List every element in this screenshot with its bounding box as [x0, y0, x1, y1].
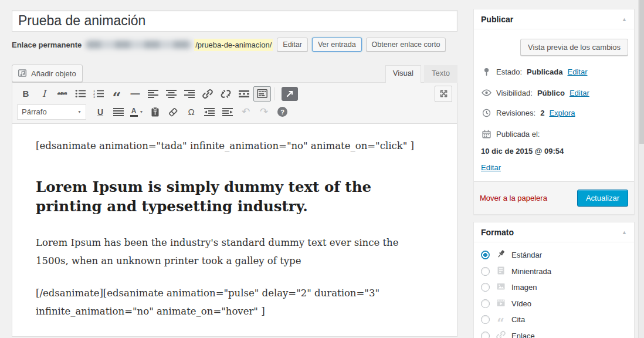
pin-icon — [481, 67, 492, 80]
format-option-label: Vídeo — [511, 299, 531, 308]
radio-image[interactable] — [481, 283, 490, 292]
undo-button[interactable]: ↶ — [237, 104, 255, 120]
format-option-video[interactable]: Vídeo — [481, 296, 627, 312]
read-more-icon — [239, 90, 249, 97]
permalink-label: Enlace permanente — [12, 40, 82, 49]
calendar-icon — [481, 129, 492, 142]
redo-button[interactable]: ↷ — [255, 104, 273, 120]
update-button[interactable]: Actualizar — [577, 190, 628, 207]
publish-panel-footer: Mover a la papelera Actualizar — [474, 181, 634, 214]
tab-visual[interactable]: Visual — [385, 65, 421, 83]
edsanimate-icon — [286, 90, 294, 98]
outdent-button[interactable] — [201, 104, 218, 120]
indent-button[interactable] — [219, 104, 236, 120]
page-scrollbar[interactable] — [638, 0, 644, 338]
toolbar-separator — [274, 87, 275, 100]
special-character-button[interactable]: Ω — [182, 104, 200, 120]
toolbar-toggle-icon — [257, 89, 267, 98]
edit-permalink-button[interactable]: Editar — [277, 38, 308, 52]
toolbar-toggle-button[interactable] — [253, 86, 271, 102]
italic-button[interactable]: I — [35, 86, 53, 102]
bold-button[interactable]: B — [17, 86, 35, 102]
browse-revisions-link[interactable]: Explora — [549, 108, 575, 119]
published-date-value: 10 dic de 2015 @ 09:54 — [481, 146, 564, 157]
text-color-button[interactable]: A ▼ — [128, 104, 145, 120]
distraction-free-button[interactable] — [435, 86, 452, 102]
numbered-list-button[interactable]: 123 — [90, 86, 107, 102]
permalink-slug: /prueba-de-animacion/ — [194, 39, 273, 51]
add-media-button[interactable]: Añadir objeto — [12, 65, 83, 82]
format-option-label: Imagen — [511, 283, 537, 292]
format-option-aside[interactable]: Minientrada — [481, 263, 627, 280]
radio-video[interactable] — [481, 299, 490, 308]
post-title-input[interactable] — [12, 10, 457, 32]
radio-link[interactable] — [481, 332, 490, 338]
format-panel-title: Formato — [481, 228, 514, 237]
editor-mode-tabs: Visual Texto — [385, 65, 457, 82]
fullscreen-icon — [439, 89, 448, 98]
align-right-button[interactable] — [181, 86, 198, 102]
format-panel: Formato ▲ Estándar Minientrada Imagen — [473, 222, 635, 338]
editor-content-area[interactable]: [edsanimate animation="tada" infinite_an… — [12, 124, 457, 320]
radio-aside[interactable] — [481, 267, 490, 276]
scrollbar-thumb[interactable] — [639, 0, 644, 144]
undo-icon: ↶ — [242, 106, 250, 118]
strikethrough-icon: ABC — [57, 91, 67, 96]
underline-button[interactable]: U — [91, 104, 109, 120]
read-more-button[interactable] — [235, 86, 253, 102]
visibility-label: Visibilidad: — [496, 88, 533, 99]
preview-changes-button[interactable]: Vista previa de los cambios — [520, 39, 628, 56]
clear-formatting-button[interactable] — [164, 104, 182, 120]
edit-date-link[interactable]: Editar — [481, 163, 627, 174]
paste-as-text-button[interactable] — [146, 104, 164, 120]
edit-status-link[interactable]: Editar — [568, 67, 588, 78]
paragraph-format-select[interactable]: Párrafo ▼ — [17, 104, 86, 120]
aside-icon — [495, 266, 506, 277]
radio-standard[interactable] — [481, 251, 490, 259]
link-button[interactable] — [199, 86, 216, 102]
format-option-standard[interactable]: Estándar — [481, 247, 627, 263]
format-option-label: Minientrada — [511, 267, 551, 276]
collapse-arrow-icon[interactable]: ▲ — [622, 229, 627, 235]
permalink-url-blurred — [86, 40, 192, 49]
edsanimate-shortcode-button[interactable] — [282, 87, 298, 101]
underline-icon: U — [97, 107, 103, 117]
horizontal-rule-icon: — — [131, 89, 140, 99]
format-panel-header[interactable]: Formato ▲ — [474, 222, 634, 242]
bullet-list-button[interactable] — [72, 86, 89, 102]
video-icon — [495, 298, 506, 309]
align-center-button[interactable] — [162, 86, 180, 102]
align-left-button[interactable] — [144, 86, 162, 102]
horizontal-rule-button[interactable]: — — [126, 86, 144, 102]
media-icon — [18, 69, 28, 77]
format-option-image[interactable]: Imagen — [481, 279, 627, 296]
help-button[interactable]: ? — [277, 107, 287, 117]
link-icon — [202, 89, 213, 99]
editor-top-bar: Añadir objeto Visual Texto — [12, 65, 457, 82]
get-shortlink-button[interactable]: Obtener enlace corto — [366, 38, 446, 52]
blockquote-button[interactable]: “ — [108, 86, 126, 102]
chevron-down-icon: ▼ — [77, 110, 82, 114]
add-media-label: Añadir objeto — [31, 69, 76, 78]
strikethrough-button[interactable]: ABC — [53, 86, 71, 102]
format-option-label: Cita — [511, 315, 525, 324]
bullet-list-icon — [75, 89, 86, 98]
edit-visibility-link[interactable]: Editar — [570, 88, 589, 99]
shortcode-line-2[interactable]: [/edsanimate][edsanimate animation="puls… — [36, 284, 433, 320]
unlink-button[interactable] — [217, 86, 235, 102]
content-heading[interactable]: Lorem Ipsum is simply dummy text of the … — [36, 177, 420, 216]
format-option-quote[interactable]: “ Cita — [481, 312, 627, 328]
format-option-label: Enlace — [511, 332, 535, 338]
tab-text[interactable]: Texto — [424, 65, 457, 83]
radio-quote[interactable] — [481, 315, 490, 324]
collapse-arrow-icon[interactable]: ▲ — [622, 16, 627, 22]
view-post-button[interactable]: Ver entrada — [312, 38, 362, 52]
publish-panel-header[interactable]: Publicar ▲ — [474, 9, 634, 29]
visibility-row: Visibilidad: Público Editar — [480, 84, 628, 104]
content-paragraph[interactable]: Lorem Ipsum has been the industry's stan… — [36, 234, 433, 270]
outdent-icon — [204, 108, 215, 116]
move-to-trash-link[interactable]: Mover a la papelera — [480, 194, 547, 202]
shortcode-line-1[interactable]: [edsanimate animation="tada" infinite_an… — [36, 137, 433, 155]
redo-icon: ↷ — [260, 106, 268, 118]
sidebar: Publicar ▲ Vista previa de los cambios E… — [473, 9, 635, 338]
